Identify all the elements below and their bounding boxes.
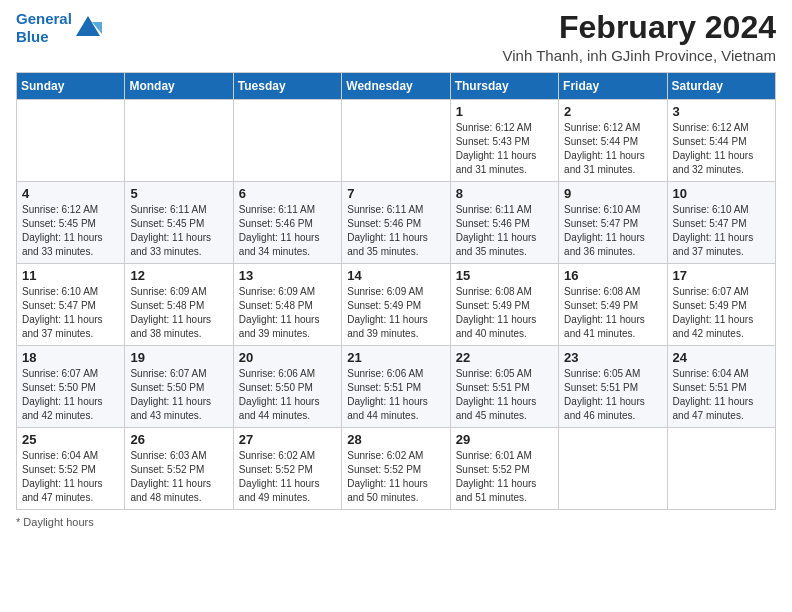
column-header-monday: Monday (125, 73, 233, 100)
day-info: Sunrise: 6:10 AM Sunset: 5:47 PM Dayligh… (22, 285, 119, 341)
day-info: Sunrise: 6:09 AM Sunset: 5:49 PM Dayligh… (347, 285, 444, 341)
day-number: 16 (564, 268, 661, 283)
day-info: Sunrise: 6:07 AM Sunset: 5:50 PM Dayligh… (22, 367, 119, 423)
column-header-friday: Friday (559, 73, 667, 100)
calendar-cell: 11Sunrise: 6:10 AM Sunset: 5:47 PM Dayli… (17, 264, 125, 346)
calendar-cell: 20Sunrise: 6:06 AM Sunset: 5:50 PM Dayli… (233, 346, 341, 428)
day-info: Sunrise: 6:05 AM Sunset: 5:51 PM Dayligh… (564, 367, 661, 423)
day-number: 9 (564, 186, 661, 201)
day-number: 24 (673, 350, 770, 365)
calendar-cell: 12Sunrise: 6:09 AM Sunset: 5:48 PM Dayli… (125, 264, 233, 346)
calendar-cell: 10Sunrise: 6:10 AM Sunset: 5:47 PM Dayli… (667, 182, 775, 264)
day-info: Sunrise: 6:08 AM Sunset: 5:49 PM Dayligh… (564, 285, 661, 341)
main-title: February 2024 (502, 10, 776, 45)
calendar-cell: 17Sunrise: 6:07 AM Sunset: 5:49 PM Dayli… (667, 264, 775, 346)
column-header-sunday: Sunday (17, 73, 125, 100)
day-info: Sunrise: 6:11 AM Sunset: 5:46 PM Dayligh… (239, 203, 336, 259)
day-number: 25 (22, 432, 119, 447)
column-header-tuesday: Tuesday (233, 73, 341, 100)
calendar-cell: 28Sunrise: 6:02 AM Sunset: 5:52 PM Dayli… (342, 428, 450, 510)
calendar-cell: 23Sunrise: 6:05 AM Sunset: 5:51 PM Dayli… (559, 346, 667, 428)
calendar-body: 1Sunrise: 6:12 AM Sunset: 5:43 PM Daylig… (17, 100, 776, 510)
calendar-cell: 22Sunrise: 6:05 AM Sunset: 5:51 PM Dayli… (450, 346, 558, 428)
day-number: 11 (22, 268, 119, 283)
day-number: 20 (239, 350, 336, 365)
calendar-cell (342, 100, 450, 182)
day-number: 12 (130, 268, 227, 283)
day-number: 29 (456, 432, 553, 447)
logo-icon (74, 14, 102, 42)
day-info: Sunrise: 6:10 AM Sunset: 5:47 PM Dayligh… (673, 203, 770, 259)
day-number: 10 (673, 186, 770, 201)
calendar-cell (233, 100, 341, 182)
page-header: GeneralBlue February 2024 Vinh Thanh, in… (16, 10, 776, 64)
day-number: 4 (22, 186, 119, 201)
day-number: 5 (130, 186, 227, 201)
calendar-cell: 7Sunrise: 6:11 AM Sunset: 5:46 PM Daylig… (342, 182, 450, 264)
day-info: Sunrise: 6:12 AM Sunset: 5:43 PM Dayligh… (456, 121, 553, 177)
calendar-cell: 15Sunrise: 6:08 AM Sunset: 5:49 PM Dayli… (450, 264, 558, 346)
day-info: Sunrise: 6:06 AM Sunset: 5:50 PM Dayligh… (239, 367, 336, 423)
day-info: Sunrise: 6:02 AM Sunset: 5:52 PM Dayligh… (239, 449, 336, 505)
calendar-cell: 8Sunrise: 6:11 AM Sunset: 5:46 PM Daylig… (450, 182, 558, 264)
day-info: Sunrise: 6:08 AM Sunset: 5:49 PM Dayligh… (456, 285, 553, 341)
week-row-3: 11Sunrise: 6:10 AM Sunset: 5:47 PM Dayli… (17, 264, 776, 346)
calendar-cell: 26Sunrise: 6:03 AM Sunset: 5:52 PM Dayli… (125, 428, 233, 510)
day-number: 14 (347, 268, 444, 283)
logo: GeneralBlue (16, 10, 102, 46)
day-number: 15 (456, 268, 553, 283)
day-number: 17 (673, 268, 770, 283)
week-row-4: 18Sunrise: 6:07 AM Sunset: 5:50 PM Dayli… (17, 346, 776, 428)
day-number: 28 (347, 432, 444, 447)
week-row-5: 25Sunrise: 6:04 AM Sunset: 5:52 PM Dayli… (17, 428, 776, 510)
day-number: 18 (22, 350, 119, 365)
calendar-cell: 1Sunrise: 6:12 AM Sunset: 5:43 PM Daylig… (450, 100, 558, 182)
column-header-wednesday: Wednesday (342, 73, 450, 100)
day-info: Sunrise: 6:12 AM Sunset: 5:44 PM Dayligh… (673, 121, 770, 177)
day-info: Sunrise: 6:11 AM Sunset: 5:46 PM Dayligh… (347, 203, 444, 259)
day-info: Sunrise: 6:01 AM Sunset: 5:52 PM Dayligh… (456, 449, 553, 505)
day-number: 3 (673, 104, 770, 119)
calendar-cell: 21Sunrise: 6:06 AM Sunset: 5:51 PM Dayli… (342, 346, 450, 428)
day-number: 23 (564, 350, 661, 365)
day-number: 13 (239, 268, 336, 283)
calendar-cell: 5Sunrise: 6:11 AM Sunset: 5:45 PM Daylig… (125, 182, 233, 264)
calendar-cell: 18Sunrise: 6:07 AM Sunset: 5:50 PM Dayli… (17, 346, 125, 428)
day-number: 1 (456, 104, 553, 119)
footer-note: * Daylight hours (16, 516, 776, 528)
calendar-cell: 25Sunrise: 6:04 AM Sunset: 5:52 PM Dayli… (17, 428, 125, 510)
calendar-cell: 24Sunrise: 6:04 AM Sunset: 5:51 PM Dayli… (667, 346, 775, 428)
calendar-cell: 4Sunrise: 6:12 AM Sunset: 5:45 PM Daylig… (17, 182, 125, 264)
day-info: Sunrise: 6:07 AM Sunset: 5:49 PM Dayligh… (673, 285, 770, 341)
column-header-saturday: Saturday (667, 73, 775, 100)
day-number: 7 (347, 186, 444, 201)
calendar-table: SundayMondayTuesdayWednesdayThursdayFrid… (16, 72, 776, 510)
day-number: 22 (456, 350, 553, 365)
day-number: 2 (564, 104, 661, 119)
day-number: 19 (130, 350, 227, 365)
day-info: Sunrise: 6:11 AM Sunset: 5:46 PM Dayligh… (456, 203, 553, 259)
calendar-cell: 14Sunrise: 6:09 AM Sunset: 5:49 PM Dayli… (342, 264, 450, 346)
calendar-cell (667, 428, 775, 510)
calendar-cell (559, 428, 667, 510)
calendar-cell: 19Sunrise: 6:07 AM Sunset: 5:50 PM Dayli… (125, 346, 233, 428)
calendar-cell: 3Sunrise: 6:12 AM Sunset: 5:44 PM Daylig… (667, 100, 775, 182)
calendar-cell: 2Sunrise: 6:12 AM Sunset: 5:44 PM Daylig… (559, 100, 667, 182)
day-info: Sunrise: 6:05 AM Sunset: 5:51 PM Dayligh… (456, 367, 553, 423)
day-number: 27 (239, 432, 336, 447)
day-info: Sunrise: 6:09 AM Sunset: 5:48 PM Dayligh… (130, 285, 227, 341)
day-info: Sunrise: 6:09 AM Sunset: 5:48 PM Dayligh… (239, 285, 336, 341)
day-number: 21 (347, 350, 444, 365)
day-number: 8 (456, 186, 553, 201)
day-info: Sunrise: 6:12 AM Sunset: 5:45 PM Dayligh… (22, 203, 119, 259)
day-info: Sunrise: 6:12 AM Sunset: 5:44 PM Dayligh… (564, 121, 661, 177)
subtitle: Vinh Thanh, inh GJinh Province, Vietnam (502, 47, 776, 64)
logo-text: GeneralBlue (16, 10, 72, 46)
day-info: Sunrise: 6:06 AM Sunset: 5:51 PM Dayligh… (347, 367, 444, 423)
day-info: Sunrise: 6:04 AM Sunset: 5:52 PM Dayligh… (22, 449, 119, 505)
calendar-cell: 27Sunrise: 6:02 AM Sunset: 5:52 PM Dayli… (233, 428, 341, 510)
day-info: Sunrise: 6:02 AM Sunset: 5:52 PM Dayligh… (347, 449, 444, 505)
day-number: 6 (239, 186, 336, 201)
column-headers-row: SundayMondayTuesdayWednesdayThursdayFrid… (17, 73, 776, 100)
calendar-cell: 9Sunrise: 6:10 AM Sunset: 5:47 PM Daylig… (559, 182, 667, 264)
